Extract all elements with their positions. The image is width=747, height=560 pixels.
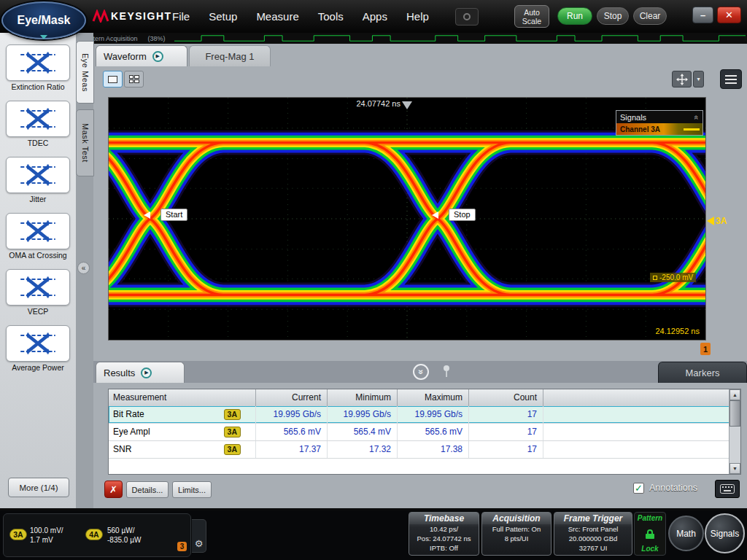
pattern-lock-label-2: Lock [641, 545, 658, 553]
signals-panel-header[interactable]: Signals « [616, 111, 703, 123]
sidebar-collapse-button[interactable]: « [77, 262, 90, 274]
channel-color-sample [684, 128, 700, 131]
pin-icon [442, 365, 451, 378]
sidebar-item-tdec[interactable]: TDEC [3, 101, 73, 147]
pattern-waveform-strip [174, 34, 746, 43]
signals-button[interactable]: Signals [705, 513, 745, 553]
sidebar-item-average-power[interactable]: Average Power [3, 325, 73, 372]
tab-markers[interactable]: Markers [658, 362, 747, 383]
timebase-marker-icon[interactable] [402, 101, 412, 109]
delete-measurement-button[interactable]: ✗ [104, 481, 123, 498]
stop-button[interactable]: Stop [597, 7, 629, 25]
sidebar-item-jitter[interactable]: Jitter [3, 157, 73, 203]
timebase-iptb: IPTB: Off [409, 543, 479, 553]
scrollbar-thumb[interactable] [729, 400, 740, 427]
tab-freq-mag[interactable]: Freq-Mag 1 [189, 45, 271, 66]
app-mode-selector[interactable]: Eye/Mask [1, 1, 86, 39]
menu-file[interactable]: File [172, 10, 190, 23]
channel-setup-panel[interactable]: 3A 100.0 mV/ 1.7 mV 4A 560 µW/ -835.0 µW… [3, 513, 191, 557]
measurement-name: Bit Rate [113, 406, 144, 423]
screenshot-camera-icon[interactable] [455, 8, 479, 26]
table-row[interactable]: Bit Rate3A 19.995 Gb/s 19.995 Gb/s 19.99… [109, 406, 740, 424]
eye-diagram-plot[interactable]: 24.07742 ns Signals « Channel 3A Start S… [108, 97, 706, 341]
channel-4a-badge[interactable]: 4A [85, 529, 103, 540]
sidebar-item-label: Average Power [3, 363, 73, 372]
acquisition-percent: (38%) [148, 35, 166, 42]
timebase-title: Timebase [409, 513, 479, 524]
quad-display-layout-button[interactable] [124, 71, 144, 88]
move-markers-button[interactable] [672, 71, 692, 88]
camera-lens-icon [463, 13, 471, 20]
sidebar-item-extinction-ratio[interactable]: Extinction Ratio [3, 44, 73, 91]
collapse-down-icon: » [416, 370, 426, 375]
menu-help[interactable]: Help [406, 10, 429, 23]
scroll-down-button[interactable]: ▼ [729, 463, 740, 474]
timebase-scale: 10.42 ps/ [409, 524, 479, 534]
acquisition-panel[interactable]: Acquisition Full Pattern: On 8 pts/UI [481, 512, 551, 556]
keyboard-button[interactable] [715, 480, 740, 498]
move-cross-icon [676, 74, 688, 85]
close-button[interactable]: ✕ [717, 7, 741, 23]
results-scrollbar[interactable]: ▲ ▼ [729, 389, 740, 474]
tab-results[interactable]: Results ▶ [96, 362, 185, 383]
channel-3a-badge[interactable]: 3A [9, 529, 27, 540]
timebase-reference-badge[interactable]: 1 [700, 343, 711, 355]
level-value: -250.0 mV [659, 273, 693, 281]
value-count: 17 [469, 424, 543, 440]
tab-mask-test[interactable]: Mask Test [76, 109, 94, 176]
menu-setup[interactable]: Setup [209, 10, 237, 23]
details-button[interactable]: Details... [126, 481, 169, 498]
table-row[interactable]: Eye Ampl3A 565.6 mV 565.4 mV 565.6 mV 17 [109, 424, 740, 441]
stop-marker[interactable]: Stop [432, 209, 476, 221]
more-measurements-button[interactable]: More (1/4) [8, 478, 69, 497]
menu-measure[interactable]: Measure [256, 10, 298, 23]
annotations-checkbox[interactable]: ✓ [633, 483, 644, 494]
sidebar-item-label: VECP [3, 307, 73, 316]
frame-trigger-source: Src: Front Panel [554, 524, 632, 534]
start-marker-label: Start [160, 209, 187, 221]
value-maximum: 19.995 Gb/s [398, 406, 469, 423]
math-button[interactable]: Math [668, 516, 704, 551]
frame-trigger-panel[interactable]: Frame Trigger Src: Front Panel 20.000000… [554, 512, 632, 556]
tab-results-label: Results [104, 368, 135, 378]
average-power-icon [17, 331, 59, 356]
tab-eye-meas-label: Eye Meas [81, 53, 90, 92]
keyboard-icon [720, 484, 735, 494]
results-pin-button[interactable] [442, 365, 451, 381]
results-collapse-button[interactable]: » [413, 364, 429, 380]
run-button[interactable]: Run [557, 7, 592, 25]
menu-tools[interactable]: Tools [318, 10, 344, 23]
start-marker[interactable]: Start [144, 209, 187, 221]
pattern-lock-panel[interactable]: Pattern Lock [634, 512, 666, 556]
sidebar-item-oma-at-crossing[interactable]: OMA at Crossing [3, 213, 73, 260]
table-row[interactable]: SNR3A 17.37 17.32 17.38 17 [109, 441, 740, 459]
clear-button[interactable]: Clear [633, 7, 667, 25]
oma-icon [17, 219, 59, 244]
channel-settings-tab[interactable]: ⚙ [192, 519, 206, 553]
scroll-up-button[interactable]: ▲ [729, 389, 740, 400]
extinction-ratio-icon [17, 50, 59, 75]
keysight-spark-icon [92, 9, 109, 23]
collapse-chevron-icon[interactable]: « [692, 114, 701, 119]
tab-waveform[interactable]: Waveform ▶ [96, 45, 187, 66]
menu-apps[interactable]: Apps [363, 10, 387, 23]
value-count: 17 [469, 406, 543, 423]
value-current: 17.37 [256, 441, 328, 458]
tab-eye-meas[interactable]: Eye Meas [76, 41, 94, 104]
limits-button[interactable]: Limits... [172, 481, 212, 498]
circled-play-icon[interactable]: ▶ [141, 368, 152, 378]
timebase-panel[interactable]: Timebase 10.42 ps/ Pos: 24.07742 ns IPTB… [409, 512, 479, 556]
minimize-button[interactable]: – [692, 7, 713, 23]
single-display-layout-button[interactable] [103, 71, 123, 88]
stop-time-readout: 24.12952 ns [655, 327, 700, 335]
marker-dropdown-button[interactable]: ▾ [693, 71, 704, 88]
gear-icon[interactable]: ⚙ [195, 538, 204, 549]
channel-marker-icon [707, 217, 714, 225]
auto-scale-button[interactable]: Auto Scale [514, 5, 549, 28]
sidebar-item-vecp[interactable]: VECP [3, 269, 73, 316]
circled-play-icon[interactable]: ▶ [152, 51, 163, 62]
display-menu-button[interactable] [720, 69, 742, 89]
channel-3a-level-marker[interactable]: 3A [707, 216, 727, 226]
source-badge: 3A [224, 444, 241, 455]
signals-channel-row[interactable]: Channel 3A [616, 123, 703, 135]
